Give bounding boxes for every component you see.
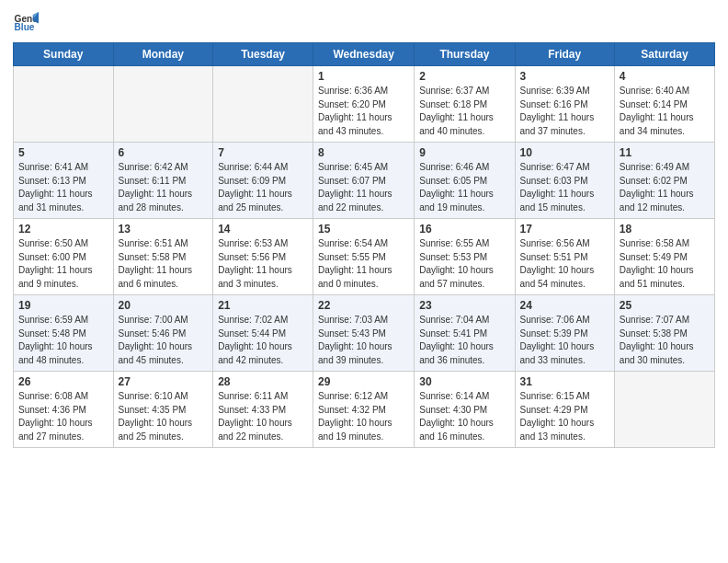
calendar-cell: 5Sunrise: 6:41 AMSunset: 6:13 PMDaylight… [14,143,114,219]
day-number: 26 [18,375,108,388]
page: General Blue SundayMondayTuesdayWednesda… [0,0,728,563]
day-info: Sunrise: 6:50 AMSunset: 6:00 PMDaylight:… [18,237,108,291]
day-number: 15 [318,223,409,236]
calendar-cell: 3Sunrise: 6:39 AMSunset: 6:16 PMDaylight… [515,66,614,143]
day-number: 9 [419,146,509,159]
day-number: 2 [419,70,509,83]
day-info: Sunrise: 6:51 AMSunset: 5:58 PMDaylight:… [119,237,209,291]
day-number: 6 [119,146,209,159]
day-info: Sunrise: 6:39 AMSunset: 6:16 PMDaylight:… [520,85,609,138]
calendar-cell: 1Sunrise: 6:36 AMSunset: 6:20 PMDaylight… [313,66,415,143]
day-info: Sunrise: 6:42 AMSunset: 6:11 PMDaylight:… [119,161,209,214]
header: General Blue [13,9,715,35]
calendar-cell: 25Sunrise: 7:07 AMSunset: 5:38 PMDayligh… [614,295,714,372]
calendar-cell: 12Sunrise: 6:50 AMSunset: 6:00 PMDayligh… [14,219,114,295]
calendar-cell: 28Sunrise: 6:11 AMSunset: 4:33 PMDayligh… [213,372,313,448]
day-info: Sunrise: 6:58 AMSunset: 5:49 PMDaylight:… [620,237,710,291]
calendar-cell: 13Sunrise: 6:51 AMSunset: 5:58 PMDayligh… [113,219,213,295]
day-number: 28 [218,375,308,388]
calendar-cell: 22Sunrise: 7:03 AMSunset: 5:43 PMDayligh… [313,295,415,372]
day-number: 14 [218,223,308,236]
calendar-cell [213,66,313,143]
calendar-cell: 9Sunrise: 6:46 AMSunset: 6:05 PMDaylight… [415,143,515,219]
calendar-cell: 4Sunrise: 6:40 AMSunset: 6:14 PMDaylight… [614,66,714,143]
day-info: Sunrise: 6:44 AMSunset: 6:09 PMDaylight:… [218,161,308,214]
day-number: 13 [119,223,209,236]
calendar-cell: 14Sunrise: 6:53 AMSunset: 5:56 PMDayligh… [213,219,313,295]
day-info: Sunrise: 6:47 AMSunset: 6:03 PMDaylight:… [520,161,609,214]
weekday-header-row: SundayMondayTuesdayWednesdayThursdayFrid… [14,43,715,66]
logo-icon: General Blue [13,9,39,35]
day-info: Sunrise: 6:40 AMSunset: 6:14 PMDaylight:… [620,85,710,138]
day-info: Sunrise: 6:49 AMSunset: 6:02 PMDaylight:… [620,161,710,214]
calendar-cell: 29Sunrise: 6:12 AMSunset: 4:32 PMDayligh… [313,372,415,448]
day-number: 11 [620,146,710,159]
calendar-cell: 7Sunrise: 6:44 AMSunset: 6:09 PMDaylight… [213,143,313,219]
calendar-cell: 10Sunrise: 6:47 AMSunset: 6:03 PMDayligh… [515,143,614,219]
calendar-cell: 6Sunrise: 6:42 AMSunset: 6:11 PMDaylight… [113,143,213,219]
day-number: 10 [520,146,609,159]
calendar-cell: 31Sunrise: 6:15 AMSunset: 4:29 PMDayligh… [515,372,614,448]
calendar-week-4: 19Sunrise: 6:59 AMSunset: 5:48 PMDayligh… [14,295,715,372]
calendar-week-1: 1Sunrise: 6:36 AMSunset: 6:20 PMDaylight… [14,66,715,143]
day-info: Sunrise: 6:41 AMSunset: 6:13 PMDaylight:… [18,161,108,214]
day-info: Sunrise: 7:03 AMSunset: 5:43 PMDaylight:… [318,314,409,367]
calendar-cell: 24Sunrise: 7:06 AMSunset: 5:39 PMDayligh… [515,295,614,372]
logo: General Blue [13,9,42,35]
day-number: 27 [119,375,209,388]
calendar-cell [113,66,213,143]
day-info: Sunrise: 7:06 AMSunset: 5:39 PMDaylight:… [520,314,609,367]
day-info: Sunrise: 7:07 AMSunset: 5:38 PMDaylight:… [620,314,710,367]
calendar-cell: 2Sunrise: 6:37 AMSunset: 6:18 PMDaylight… [415,66,515,143]
calendar-cell: 21Sunrise: 7:02 AMSunset: 5:44 PMDayligh… [213,295,313,372]
day-info: Sunrise: 7:00 AMSunset: 5:46 PMDaylight:… [119,314,209,367]
day-number: 12 [18,223,108,236]
day-info: Sunrise: 6:37 AMSunset: 6:18 PMDaylight:… [419,85,509,138]
calendar-cell: 27Sunrise: 6:10 AMSunset: 4:35 PMDayligh… [113,372,213,448]
calendar-cell: 8Sunrise: 6:45 AMSunset: 6:07 PMDaylight… [313,143,415,219]
day-number: 30 [419,375,509,388]
day-number: 7 [218,146,308,159]
day-number: 16 [419,223,509,236]
day-number: 19 [18,299,108,312]
day-number: 24 [520,299,609,312]
weekday-header-wednesday: Wednesday [313,43,415,66]
calendar-cell: 26Sunrise: 6:08 AMSunset: 4:36 PMDayligh… [14,372,114,448]
calendar-week-5: 26Sunrise: 6:08 AMSunset: 4:36 PMDayligh… [14,372,715,448]
day-number: 23 [419,299,509,312]
day-info: Sunrise: 6:54 AMSunset: 5:55 PMDaylight:… [318,237,409,291]
day-info: Sunrise: 6:36 AMSunset: 6:20 PMDaylight:… [318,85,409,138]
svg-text:Blue: Blue [15,22,35,32]
day-number: 18 [620,223,710,236]
day-info: Sunrise: 6:59 AMSunset: 5:48 PMDaylight:… [18,314,108,367]
day-info: Sunrise: 6:53 AMSunset: 5:56 PMDaylight:… [218,237,308,291]
weekday-header-friday: Friday [515,43,614,66]
day-number: 17 [520,223,609,236]
calendar-cell: 19Sunrise: 6:59 AMSunset: 5:48 PMDayligh… [14,295,114,372]
day-info: Sunrise: 7:02 AMSunset: 5:44 PMDaylight:… [218,314,308,367]
day-info: Sunrise: 6:55 AMSunset: 5:53 PMDaylight:… [419,237,509,291]
day-number: 21 [218,299,308,312]
day-number: 8 [318,146,409,159]
day-info: Sunrise: 6:08 AMSunset: 4:36 PMDaylight:… [18,390,108,443]
day-info: Sunrise: 6:46 AMSunset: 6:05 PMDaylight:… [419,161,509,214]
calendar-cell: 11Sunrise: 6:49 AMSunset: 6:02 PMDayligh… [614,143,714,219]
calendar-cell [614,372,714,448]
calendar-cell: 23Sunrise: 7:04 AMSunset: 5:41 PMDayligh… [415,295,515,372]
weekday-header-saturday: Saturday [614,43,714,66]
weekday-header-monday: Monday [113,43,213,66]
day-number: 20 [119,299,209,312]
day-info: Sunrise: 6:45 AMSunset: 6:07 PMDaylight:… [318,161,409,214]
day-number: 31 [520,375,609,388]
day-number: 1 [318,70,409,83]
calendar-week-2: 5Sunrise: 6:41 AMSunset: 6:13 PMDaylight… [14,143,715,219]
day-info: Sunrise: 7:04 AMSunset: 5:41 PMDaylight:… [419,314,509,367]
calendar-table: SundayMondayTuesdayWednesdayThursdayFrid… [13,42,715,448]
day-number: 4 [620,70,710,83]
day-info: Sunrise: 6:56 AMSunset: 5:51 PMDaylight:… [520,237,609,291]
day-number: 22 [318,299,409,312]
weekday-header-tuesday: Tuesday [213,43,313,66]
weekday-header-thursday: Thursday [415,43,515,66]
calendar-week-3: 12Sunrise: 6:50 AMSunset: 6:00 PMDayligh… [14,219,715,295]
calendar-cell: 18Sunrise: 6:58 AMSunset: 5:49 PMDayligh… [614,219,714,295]
